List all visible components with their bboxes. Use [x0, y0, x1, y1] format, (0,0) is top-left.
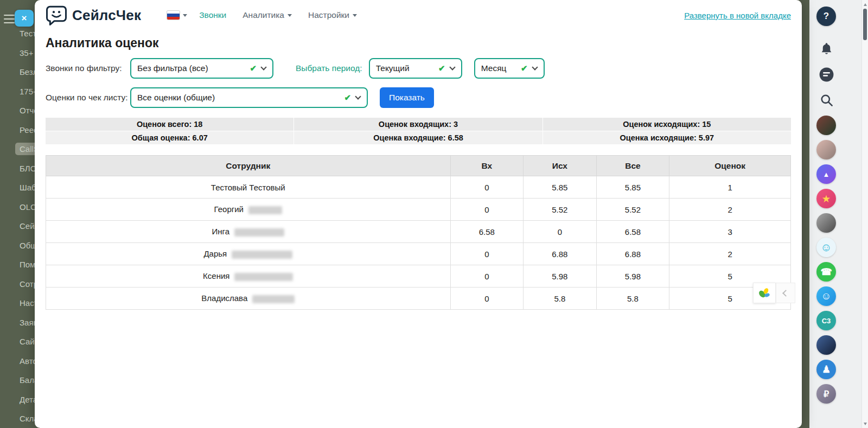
backdrop-sidebar-item[interactable]: БЛО	[0, 159, 35, 178]
check-icon: ✔	[344, 93, 351, 103]
avatar-photo-3[interactable]	[816, 213, 836, 233]
backdrop-sidebar-item[interactable]: Сайт	[0, 332, 35, 352]
backdrop-sidebar-item[interactable]: Тест	[0, 24, 35, 43]
notifications-button[interactable]	[816, 39, 836, 59]
ratings-count-cell: 2	[669, 243, 791, 265]
table-header-cell: Оценок	[669, 156, 791, 176]
collapse-panel-button[interactable]	[776, 283, 795, 303]
all-score-cell: 6.88	[596, 243, 669, 265]
caret-down-icon	[288, 14, 292, 17]
backdrop-sidebar-item[interactable]: Реес	[0, 120, 35, 140]
summary-cell: Оценок исходящих: 15	[543, 118, 791, 131]
integration-widget-button[interactable]	[753, 283, 776, 303]
filter-row-2: Оценки по чек листу: Все оценки (общие) …	[46, 87, 791, 108]
incoming-score-cell: 0	[450, 265, 524, 288]
employee-name: Ксения	[203, 271, 229, 280]
phone-green-icon[interactable]: ☎	[816, 262, 836, 282]
avatar-photo-4[interactable]	[816, 335, 836, 355]
summary-cell: Общая оценка: 6.07	[46, 131, 293, 144]
checklist-label: Оценки по чек листу:	[46, 93, 130, 103]
outgoing-score-cell: 5.8	[524, 288, 597, 310]
scrollbar-thumb[interactable]	[863, 9, 867, 40]
search-button[interactable]	[816, 90, 836, 110]
backdrop-sidebar: Тест 35+ Безл 175+ Отче Реес CallS БЛО Ш…	[0, 0, 35, 428]
backdrop-sidebar-item[interactable]: OLCH	[0, 197, 35, 217]
calls-filter-value: Без фильтра (все)	[137, 63, 243, 73]
calls-filter-select[interactable]: Без фильтра (все) ✔	[130, 58, 273, 79]
table-row: Инга 6.58 0 6.58 3	[46, 221, 791, 243]
checklist-value: Все оценки (общие)	[137, 93, 337, 103]
backdrop-sidebar-item[interactable]: Сотр	[0, 274, 35, 294]
period-unit-select[interactable]: Месяц ✔	[474, 58, 545, 79]
page-scrollbar	[861, 0, 868, 428]
outgoing-score-cell: 5.85	[524, 176, 597, 199]
backdrop-sidebar-item[interactable]: Бала	[0, 370, 35, 390]
table-header-cell: Сотрудник	[46, 156, 451, 176]
app-icon-blue-messenger[interactable]: ☺	[816, 286, 836, 306]
avatar-photo-2[interactable]	[816, 140, 836, 159]
close-modal-button[interactable]: ×	[15, 10, 34, 27]
employee-name: Тестовый Тестовый	[211, 183, 285, 192]
employee-name: Инга	[212, 227, 229, 236]
period-unit-value: Месяц	[481, 63, 514, 73]
nav-calls[interactable]: Звонки	[199, 10, 226, 20]
app-icon-star[interactable]: ★	[816, 189, 836, 208]
ratings-table: СотрудникВхИсхВсеОценок Тестовый Тестовы…	[46, 155, 791, 310]
caret-down-icon	[183, 14, 187, 17]
avatar-photo-1[interactable]	[816, 116, 836, 135]
show-button[interactable]: Показать	[380, 87, 434, 108]
expand-new-tab-link[interactable]: Развернуть в новой вкладке	[684, 11, 791, 20]
help-button[interactable]: ?	[816, 7, 836, 26]
backdrop-sidebar-item[interactable]: 175+	[0, 82, 35, 101]
employee-cell: Инга	[46, 221, 451, 243]
backdrop-sidebar-item[interactable]: Скла	[0, 409, 35, 428]
backdrop-sidebar-item[interactable]: CallS	[0, 139, 35, 159]
employee-name: Владислава	[201, 293, 247, 303]
app-icon-people[interactable]: ♟	[816, 360, 836, 379]
backdrop-sidebar-item[interactable]: Отче	[0, 101, 35, 120]
flag-ru-icon	[167, 11, 180, 20]
backdrop-sidebar-item[interactable]: Безл	[0, 62, 35, 82]
bell-icon	[819, 42, 834, 56]
app-logo[interactable]: СейлсЧек	[46, 4, 141, 26]
backdrop-sidebar-item[interactable]: 35+	[0, 43, 35, 63]
app-icon-ruble[interactable]: ₽	[816, 384, 836, 404]
redacted-surname	[252, 295, 295, 303]
table-header-cell: Вх	[450, 156, 524, 176]
incoming-score-cell: 0	[450, 288, 524, 310]
backdrop-sidebar-item[interactable]: Заяв	[0, 313, 35, 333]
caret-down-icon	[353, 14, 357, 17]
backdrop-sidebar-item[interactable]: Дета	[0, 390, 35, 410]
backdrop-sidebar-item[interactable]: Пом	[0, 255, 35, 274]
all-score-cell: 5.8	[596, 288, 669, 310]
scroll-up-icon	[864, 3, 867, 6]
language-select[interactable]	[167, 11, 187, 20]
backdrop-sidebar-item[interactable]: Общ	[0, 236, 35, 255]
backdrop-sidebar-item[interactable]: Наст	[0, 293, 35, 313]
table-row: Дарья 0 6.88 6.88 2	[46, 243, 791, 265]
nav-analytics[interactable]: Аналитика	[242, 10, 292, 20]
summary-grid: Оценок всего: 18 Оценок входящих: 3 Оцен…	[46, 118, 791, 144]
table-row: Тестовый Тестовый 0 5.85 5.85 1	[46, 176, 791, 199]
scroll-down-button[interactable]	[862, 420, 868, 427]
employee-name: Георгий	[214, 205, 244, 214]
calls-filter-label: Звонки по фильтру:	[46, 63, 130, 73]
nav-settings[interactable]: Настройки	[308, 10, 357, 20]
period-value: Текущий	[376, 63, 432, 73]
feedback-button[interactable]	[816, 65, 836, 84]
checklist-select[interactable]: Все оценки (общие) ✔	[130, 87, 368, 108]
period-select[interactable]: Текущий ✔	[369, 58, 462, 79]
check-icon: ✔	[438, 63, 445, 73]
modal-header: СейлсЧек Звонки Аналитика Настройки Разв…	[35, 0, 802, 30]
help-icon: ?	[824, 11, 829, 22]
backdrop-sidebar-item[interactable]: Сейл	[0, 216, 35, 236]
app-icon-c3[interactable]: С3	[816, 311, 836, 330]
saleschek-smiley-icon[interactable]: ☺	[816, 238, 836, 257]
scroll-up-button[interactable]	[862, 1, 868, 8]
app-icon-mountain[interactable]: ▲	[816, 164, 836, 184]
hamburger-icon[interactable]	[4, 15, 15, 26]
backdrop-sidebar-item[interactable]: Шаб	[0, 178, 35, 197]
backdrop-sidebar-item[interactable]: Авто	[0, 352, 35, 371]
table-header-cell: Все	[596, 156, 669, 176]
period-label: Выбрать период:	[296, 63, 362, 73]
